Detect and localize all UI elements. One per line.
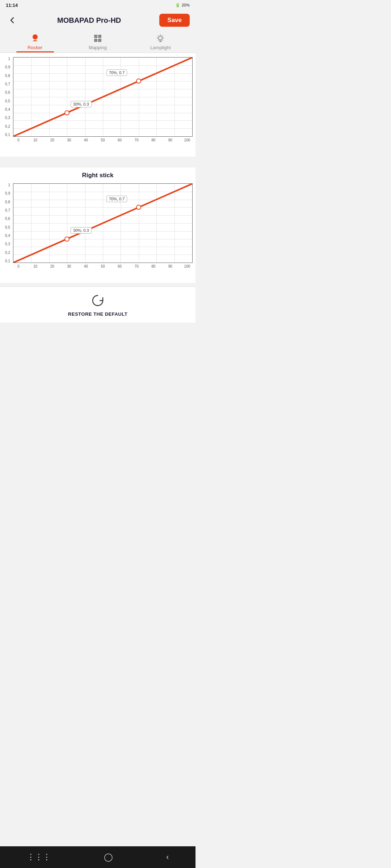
svg-line-11 xyxy=(162,40,163,41)
data-point-1b[interactable] xyxy=(136,78,141,84)
chart-title-2: Right stick xyxy=(0,172,193,179)
section-gap xyxy=(0,157,196,167)
chart-line-svg-2 xyxy=(13,184,192,263)
x-axis-1: 0 10 20 30 40 50 60 70 80 90 100 xyxy=(13,137,193,142)
data-point-2b[interactable] xyxy=(136,205,141,210)
svg-rect-3 xyxy=(94,39,97,42)
rocker-icon xyxy=(30,33,40,43)
page-title: MOBAPAD Pro-HD xyxy=(57,16,121,25)
tab-mapping[interactable]: Mapping xyxy=(66,30,129,52)
mapping-icon xyxy=(93,33,103,43)
svg-line-14 xyxy=(13,58,192,136)
tab-lamplight[interactable]: Lamplight xyxy=(129,30,192,52)
x-axis-2: 0 10 20 30 40 50 60 70 80 90 100 xyxy=(13,263,193,268)
data-point-1a[interactable] xyxy=(64,110,70,115)
save-button[interactable]: Save xyxy=(159,14,190,27)
status-bar: 11:14 🔋 20% xyxy=(0,0,196,10)
chart-section-2: Right stick 1 0,9 0,8 0,7 0,6 0,5 0,4 0,… xyxy=(0,167,196,283)
chart-section-1: 1 0,9 0,8 0,7 0,6 0,5 0,4 0,3 0,2 0,1 xyxy=(0,53,196,157)
main-content: 1 0,9 0,8 0,7 0,6 0,5 0,4 0,3 0,2 0,1 xyxy=(0,53,196,386)
svg-rect-1 xyxy=(94,35,97,38)
chart-container-2: 1 0,9 0,8 0,7 0,6 0,5 0,4 0,3 0,2 0,1 xyxy=(0,183,193,278)
header: MOBAPAD Pro-HD Save xyxy=(0,10,196,30)
chart-area-2[interactable]: 30%, 0.3 70%, 0.7 xyxy=(13,183,193,263)
status-time: 11:14 xyxy=(6,3,18,8)
svg-rect-2 xyxy=(98,35,101,38)
tab-bar: Rocker Mapping Lamplight xyxy=(0,30,196,53)
restore-section[interactable]: RESTORE THE DEFAULT xyxy=(0,286,196,323)
svg-line-12 xyxy=(162,36,163,37)
svg-rect-4 xyxy=(98,39,101,42)
svg-line-13 xyxy=(158,40,159,41)
chart-line-svg-1 xyxy=(13,58,192,136)
svg-point-5 xyxy=(159,36,162,40)
tab-lamplight-label: Lamplight xyxy=(150,45,171,50)
svg-point-0 xyxy=(33,34,38,39)
chart-area-1[interactable]: 30%, 0.3 70%, 0.7 xyxy=(13,57,193,137)
restore-icon xyxy=(90,293,106,309)
tab-rocker[interactable]: Rocker xyxy=(4,30,66,52)
svg-line-15 xyxy=(13,184,192,263)
tab-mapping-label: Mapping xyxy=(89,45,107,50)
y-axis-2: 1 0,9 0,8 0,7 0,6 0,5 0,4 0,3 0,2 0,1 xyxy=(0,183,12,263)
y-axis-1: 1 0,9 0,8 0,7 0,6 0,5 0,4 0,3 0,2 0,1 xyxy=(0,57,12,137)
tab-rocker-label: Rocker xyxy=(28,45,42,50)
restore-label: RESTORE THE DEFAULT xyxy=(68,311,127,317)
data-point-2a[interactable] xyxy=(64,237,70,242)
svg-line-10 xyxy=(158,36,159,37)
chart-container-1: 1 0,9 0,8 0,7 0,6 0,5 0,4 0,3 0,2 0,1 xyxy=(0,57,193,152)
back-button[interactable] xyxy=(6,14,19,27)
status-icons: 🔋 20% xyxy=(175,3,190,8)
lamplight-icon xyxy=(155,33,165,43)
battery-percent: 20% xyxy=(182,3,190,7)
battery-icon: 🔋 xyxy=(175,3,180,8)
